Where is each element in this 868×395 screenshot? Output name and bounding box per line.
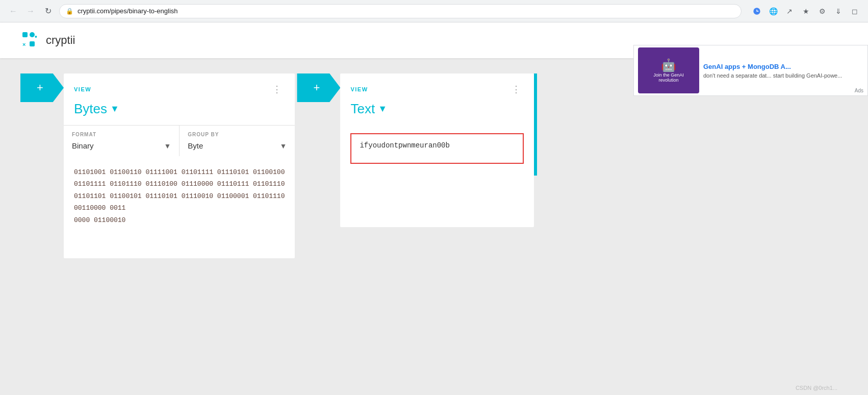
svg-text:×: × <box>22 41 25 47</box>
ad-image: 🤖 Join the GenAI revolution <box>638 47 699 93</box>
right-connector[interactable]: + <box>297 73 340 102</box>
text-dropdown-arrow[interactable]: ▼ <box>378 104 387 114</box>
text-menu-button[interactable]: ⋮ <box>508 83 524 96</box>
right-edge-bar <box>534 73 537 176</box>
bytes-panel: VIEW ⋮ Bytes ▼ FORMAT Binary ▼ <box>64 73 295 258</box>
right-section: + VIEW ⋮ Text ▼ ifyoudontpwnmeuran00b <box>297 73 537 227</box>
ad-text-content: GenAI apps + MongoDB A... don't need a s… <box>703 63 851 79</box>
text-title-text[interactable]: Text <box>350 101 375 117</box>
reload-button[interactable]: ↻ <box>41 4 55 18</box>
extensions-icon[interactable]: ⚙ <box>815 4 829 18</box>
bytes-menu-button[interactable]: ⋮ <box>269 83 285 96</box>
text-panel-header: VIEW ⋮ <box>340 73 534 101</box>
browser-nav: ← → ↻ <box>6 4 55 18</box>
watermark-text: CSDN @0rch1... <box>796 385 837 391</box>
format-arrow: ▼ <box>164 142 171 150</box>
ad-title: GenAI apps + MongoDB A... <box>703 63 851 70</box>
text-panel: VIEW ⋮ Text ▼ ifyoudontpwnmeuran00b <box>340 73 534 227</box>
format-select[interactable]: Binary ▼ <box>72 141 171 150</box>
ad-banner: 🤖 Join the GenAI revolution GenAI apps +… <box>633 45 868 96</box>
format-value: Binary <box>72 141 94 150</box>
ad-image-line2: revolution <box>658 78 678 83</box>
bytes-view-label: VIEW <box>74 86 91 92</box>
left-connector[interactable]: + <box>20 73 64 102</box>
text-panel-title: Text ▼ <box>340 101 534 125</box>
svg-rect-2 <box>30 32 35 37</box>
footer-watermark: CSDN @0rch1... <box>796 385 837 391</box>
format-label: FORMAT <box>72 132 171 137</box>
bytes-panel-header: VIEW ⋮ <box>64 73 295 101</box>
ad-image-line1: Join the GenAI <box>653 72 684 78</box>
groupby-select[interactable]: Byte ▼ <box>188 141 287 150</box>
bytes-panel-title: Bytes ▼ <box>64 101 295 125</box>
browser-icons: 🌐 ↗ ★ ⚙ ⇓ ◻ <box>750 4 862 18</box>
bytes-dropdown-arrow[interactable]: ▼ <box>110 104 119 114</box>
share-icon[interactable]: ↗ <box>782 4 797 18</box>
left-section: + VIEW ⋮ Bytes ▼ FORMAT <box>20 73 295 258</box>
bytes-panel-body[interactable]: 01101001 01100110 01111001 01101111 0111… <box>64 156 295 258</box>
address-bar[interactable]: 🔒 cryptii.com/pipes/binary-to-english <box>59 4 742 18</box>
translate-icon[interactable]: 🌐 <box>766 4 780 18</box>
text-view-label: VIEW <box>350 86 368 92</box>
ad-label: Ads <box>855 88 863 93</box>
bytes-title-text[interactable]: Bytes <box>74 101 107 117</box>
right-connector-plus: + <box>314 81 320 94</box>
menu-icon[interactable]: ◻ <box>848 4 862 18</box>
svg-rect-1 <box>22 32 28 37</box>
groupby-group: GROUP BY Byte ▼ <box>180 126 295 156</box>
groupby-arrow: ▼ <box>280 142 287 150</box>
download-icon[interactable]: ⇓ <box>831 4 846 18</box>
ad-body: don't need a separate dat... start build… <box>703 72 851 79</box>
groupby-value: Byte <box>188 141 203 150</box>
panels-row: + VIEW ⋮ Bytes ▼ FORMAT <box>20 73 537 258</box>
svg-text:•: • <box>35 33 37 41</box>
ad-robot-icon: 🤖 <box>661 58 676 72</box>
output-text-box[interactable]: ifyoudontpwnmeuran00b <box>350 133 524 164</box>
format-group: FORMAT Binary ▼ <box>64 126 180 156</box>
forward-button[interactable]: → <box>23 4 38 18</box>
url-text: cryptii.com/pipes/binary-to-english <box>78 7 178 15</box>
svg-rect-4 <box>30 41 35 46</box>
lock-icon: 🔒 <box>66 8 73 15</box>
text-panel-body: ifyoudontpwnmeuran00b <box>340 125 534 227</box>
groupby-label: GROUP BY <box>188 132 287 137</box>
bytes-controls: FORMAT Binary ▼ GROUP BY Byte ▼ <box>64 125 295 156</box>
left-connector-plus: + <box>37 81 43 94</box>
google-icon[interactable] <box>750 4 764 18</box>
logo-icon: × • <box>20 30 41 51</box>
bookmark-icon[interactable]: ★ <box>799 4 813 18</box>
back-button[interactable]: ← <box>6 4 20 18</box>
browser-bar: ← → ↻ 🔒 cryptii.com/pipes/binary-to-engl… <box>0 0 868 22</box>
logo: × • cryptii <box>20 30 75 51</box>
logo-text: cryptii <box>46 34 75 47</box>
